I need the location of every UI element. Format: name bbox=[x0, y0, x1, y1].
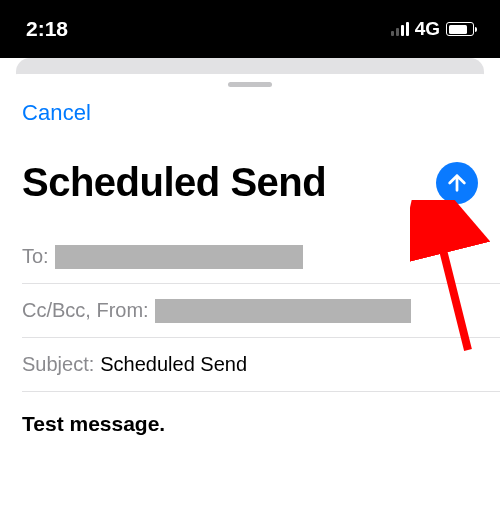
signal-icon bbox=[391, 22, 409, 36]
status-bar: 2:18 4G bbox=[0, 0, 500, 58]
subject-value: Scheduled Send bbox=[100, 353, 247, 376]
network-label: 4G bbox=[415, 18, 440, 40]
cancel-button[interactable]: Cancel bbox=[22, 100, 91, 126]
subject-field[interactable]: Subject: Scheduled Send bbox=[22, 338, 500, 392]
battery-icon bbox=[446, 22, 474, 36]
to-field[interactable]: To: bbox=[22, 230, 500, 284]
ccbcc-from-field[interactable]: Cc/Bcc, From: bbox=[22, 284, 500, 338]
ccbcc-label: Cc/Bcc, From: bbox=[22, 299, 149, 322]
body-text: Test message. bbox=[22, 412, 478, 436]
to-value-redacted bbox=[55, 245, 303, 269]
compose-title: Scheduled Send bbox=[22, 160, 326, 205]
sheet-grabber[interactable] bbox=[228, 82, 272, 87]
subject-label: Subject: bbox=[22, 353, 94, 376]
arrow-up-icon bbox=[446, 172, 468, 194]
compose-sheet: Cancel Scheduled Send To: Cc/Bcc, From: … bbox=[0, 74, 500, 505]
to-label: To: bbox=[22, 245, 49, 268]
send-button[interactable] bbox=[436, 162, 478, 204]
header-fields: To: Cc/Bcc, From: Subject: Scheduled Sen… bbox=[22, 230, 500, 392]
status-time: 2:18 bbox=[26, 17, 68, 41]
message-body[interactable]: Test message. bbox=[22, 412, 478, 436]
from-value-redacted bbox=[155, 299, 411, 323]
status-right: 4G bbox=[391, 18, 474, 40]
